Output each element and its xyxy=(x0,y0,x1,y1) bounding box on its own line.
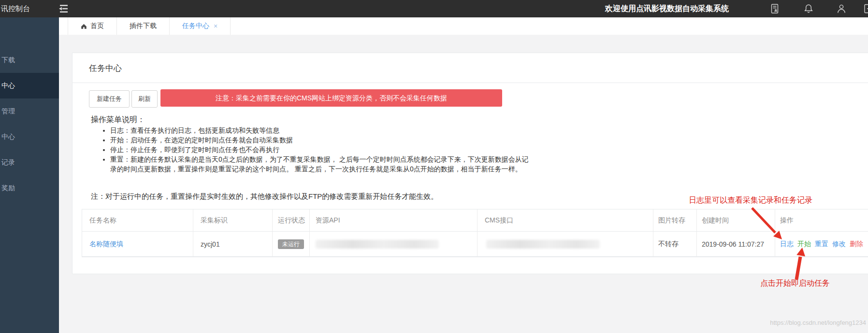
cms-binding-alert: 注意：采集之前需要在你的CMS网站上绑定资源分类，否则不会采集任何数据 xyxy=(160,89,502,107)
bell-icon[interactable] xyxy=(803,3,814,14)
col-run-status: 运行状态 xyxy=(272,209,309,231)
app-root: 讯控制台 欢迎使用点讯影视数据自动采集系统 xyxy=(0,0,868,333)
status-badge: 未运行 xyxy=(278,239,304,249)
tab-home-label: 首页 xyxy=(90,22,104,30)
tab-task-center[interactable]: 任务中心 × xyxy=(170,17,231,35)
instructions-title: 操作菜单说明： xyxy=(91,115,145,125)
refresh-button[interactable]: 刷新 xyxy=(131,90,158,108)
home-icon xyxy=(81,23,87,29)
action-reset-link[interactable]: 重置 xyxy=(815,240,828,249)
instruction-reset: 重置：新建的任务默认采集的是当天0点之后的数据，为了不重复采集数据， 之后每一个… xyxy=(110,154,532,174)
tab-plugin-download[interactable]: 插件下载 xyxy=(117,17,170,35)
tab-home[interactable]: 首页 xyxy=(68,17,117,35)
new-task-button[interactable]: 新建任务 xyxy=(89,90,130,108)
app-logo: 讯控制台 xyxy=(1,0,30,17)
user-icon[interactable] xyxy=(836,3,847,14)
sidebar-collapse-icon[interactable] xyxy=(57,4,70,14)
col-created-at: 创建时间 xyxy=(696,209,775,231)
sidebar: 下载 中心 管理 中心 记录 奖励 xyxy=(0,17,59,333)
tab-plugin-download-label: 插件下载 xyxy=(130,22,157,30)
welcome-title: 欢迎使用点讯影视数据自动采集系统 xyxy=(605,0,729,17)
col-cms-api: CMS接口 xyxy=(477,209,653,231)
sidebar-item-download[interactable]: 下载 xyxy=(0,47,59,73)
tab-bar: 首页 插件下载 任务中心 × xyxy=(59,17,868,35)
sidebar-item-rewards[interactable]: 奖励 xyxy=(0,175,59,201)
id-card-icon[interactable] xyxy=(769,3,780,14)
image-transfer-value: 不转存 xyxy=(653,232,696,256)
resource-api-redacted-value xyxy=(316,240,439,249)
collect-id-value: zycj01 xyxy=(193,232,272,256)
cms-api-redacted-value xyxy=(486,240,600,249)
sidebar-item-task-center[interactable]: 中心 xyxy=(0,73,59,98)
task-table: 任务名称 采集标识 运行状态 资源API CMS接口 图片转存 创建时间 操作 … xyxy=(82,209,868,257)
sidebar-item-manage[interactable]: 管理 xyxy=(0,98,59,124)
table-header-row: 任务名称 采集标识 运行状态 资源API CMS接口 图片转存 创建时间 操作 xyxy=(82,209,868,232)
sidebar-item-records[interactable]: 记录 xyxy=(0,150,59,175)
close-icon[interactable]: × xyxy=(214,22,217,30)
created-at-value: 2019-09-06 11:07:27 xyxy=(696,232,775,256)
task-center-card: 任务中心 新建任务 刷新 注意：采集之前需要在你的CMS网站上绑定资源分类，否则… xyxy=(72,53,868,274)
topbar: 讯控制台 欢迎使用点讯影视数据自动采集系统 xyxy=(0,0,868,17)
sidebar-menu: 下载 中心 管理 中心 记录 奖励 xyxy=(0,47,59,201)
instruction-log: 日志：查看任务执行的日志，包括更新成功和失败等信息 xyxy=(110,125,532,135)
csdn-watermark: https://blog.csdn.net/longfeng1234 xyxy=(770,319,866,326)
action-modify-link[interactable]: 修改 xyxy=(832,240,846,249)
exit-icon[interactable] xyxy=(863,3,868,14)
annotation-log-tip: 日志里可以查看采集记录和任务记录 xyxy=(689,195,812,206)
tab-task-center-label: 任务中心 xyxy=(182,22,209,30)
task-name-link[interactable]: 名称随便填 xyxy=(89,240,123,249)
card-divider xyxy=(72,83,868,83)
action-log-link[interactable]: 日志 xyxy=(780,240,794,249)
action-delete-link[interactable]: 删除 xyxy=(850,240,863,249)
col-task-name: 任务名称 xyxy=(82,209,193,231)
runtime-note: 注：对于运行中的任务，重置操作是实时生效的，其他修改操作以及FTP的修改需要重新… xyxy=(91,192,438,201)
page-title: 任务中心 xyxy=(89,63,122,74)
instruction-start: 开始：启动任务，在选定的定时时间点任务就会自动采集数据 xyxy=(110,135,532,145)
instructions-list: 日志：查看任务执行的日志，包括更新成功和失败等信息 开始：启动任务，在选定的定时… xyxy=(101,125,532,174)
action-start-link[interactable]: 开始 xyxy=(797,240,811,249)
table-row: 名称随便填 zycj01 未运行 不转存 2019-09-06 11:07:27… xyxy=(82,232,868,257)
col-actions: 操作 xyxy=(775,209,868,231)
instruction-stop: 停止：停止任务，即使到了定时时间点任务也不会再执行 xyxy=(110,145,532,154)
col-resource-api: 资源API xyxy=(309,209,477,231)
sidebar-item-center[interactable]: 中心 xyxy=(0,124,59,150)
row-actions: 日志 开始 重置 修改 删除 xyxy=(780,240,863,249)
col-image-transfer: 图片转存 xyxy=(653,209,696,231)
annotation-start-tip: 点击开始即启动任务 xyxy=(760,278,830,289)
col-collect-id: 采集标识 xyxy=(193,209,272,231)
